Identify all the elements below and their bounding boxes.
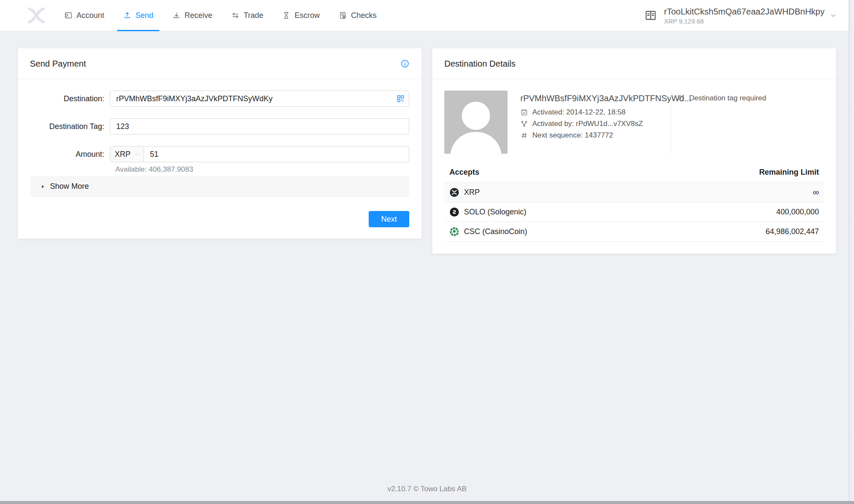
csc-coin-icon [449, 227, 459, 237]
tab-send[interactable]: Send [117, 0, 159, 31]
accepts-table: Accepts Remaining Limit XRP∞SSOLO (Solog… [444, 168, 824, 242]
account-balance: XRP 9,129.68 [664, 18, 825, 25]
currency-select[interactable]: XRP [110, 146, 144, 162]
upload-icon [123, 11, 132, 20]
send-payment-header: Send Payment [18, 48, 422, 79]
destination-details-title: Destination Details [444, 59, 516, 69]
chevron-down-icon[interactable] [830, 12, 837, 19]
destination-details-card: Destination Details rPVMhWBsfF9iMXYj3aAz… [432, 48, 836, 254]
info-icon[interactable] [400, 59, 410, 68]
account-address: rTooLkitCksh5mQa67eaa2JaWHDBnHkpy [664, 6, 825, 17]
qr-scan-icon[interactable] [396, 94, 405, 103]
main-content: Send Payment Destination: Destination Ta… [0, 31, 854, 254]
destination-row: Destination: [30, 91, 409, 107]
destination-tag-label: Destination Tag: [30, 122, 110, 131]
destination-details-header: Destination Details [432, 48, 836, 79]
tab-receive[interactable]: Receive [166, 0, 218, 31]
scrollbar[interactable] [848, 0, 854, 504]
top-navbar: AccountSendReceiveTradeEscrowChecks rToo… [0, 0, 854, 31]
destination-input[interactable] [110, 91, 409, 107]
currency-selected: XRP [114, 150, 130, 159]
show-more-label: Show More [50, 182, 89, 191]
account-summary[interactable]: rTooLkitCksh5mQa67eaa2JaWHDBnHkpy XRP 9,… [664, 6, 825, 25]
send-payment-title: Send Payment [30, 59, 86, 69]
tab-escrow[interactable]: Escrow [276, 0, 326, 31]
available-balance: Available: 406,387.9083 [115, 165, 409, 174]
activated-by-line: Activated by: rPdWU1d...v7XV8sZ [520, 120, 671, 128]
tab-trade[interactable]: Trade [225, 0, 269, 31]
calendar-check-icon [520, 108, 528, 116]
destination-profile: rPVMhWBsfF9iMXYj3aAzJVkPDTFNSyWd... Acti… [444, 91, 824, 154]
amount-label: Amount: [30, 150, 110, 159]
download-icon [172, 11, 181, 20]
caret-right-icon [40, 184, 45, 189]
accepts-row: XRP∞ [444, 183, 824, 202]
wallet-icon [64, 11, 73, 20]
destination-tag-input[interactable] [110, 118, 409, 135]
xrp-coin-icon [449, 188, 459, 197]
solo-coin-icon: S [449, 207, 459, 217]
destination-tag-row: Destination Tag: [30, 118, 409, 135]
address-book-icon[interactable] [644, 9, 657, 22]
tab-account[interactable]: Account [58, 0, 110, 31]
remaining-limit-col-header: Remaining Limit [759, 168, 819, 177]
next-sequence-line: Next sequence: 1437772 [520, 131, 671, 140]
activated-line: Activated: 2014-12-22, 18:58 [520, 108, 671, 117]
destination-info: rPVMhWBsfF9iMXYj3aAzJVkPDTFNSyWd... Acti… [520, 91, 671, 154]
tag-required-line: Destination tag required [677, 94, 824, 103]
destination-details-body: rPVMhWBsfF9iMXYj3aAzJVkPDTFNSyWd... Acti… [432, 79, 836, 254]
accepts-row: SSOLO (Sologenic)400,000,000 [444, 202, 824, 222]
select-chevron-down-icon [134, 152, 139, 157]
svg-text:S: S [452, 209, 456, 215]
send-payment-form: Destination: Destination Tag: Amount: XR… [18, 79, 422, 239]
tab-checks[interactable]: Checks [333, 0, 383, 31]
accepts-table-header: Accepts Remaining Limit [444, 168, 824, 183]
amount-input[interactable] [144, 146, 409, 162]
hourglass-icon [282, 11, 291, 20]
destination-flags: Destination tag required [671, 91, 824, 154]
accepts-rows: XRP∞SSOLO (Sologenic)400,000,000CSC (Cas… [444, 183, 824, 242]
avatar [444, 91, 508, 154]
accepts-row: CSC (CasinoCoin)64,986,002,447 [444, 222, 824, 242]
accepts-col-header: Accepts [449, 168, 479, 177]
app-logo-icon [25, 4, 48, 27]
window-bottom-edge [0, 501, 854, 504]
next-button[interactable]: Next [369, 211, 409, 227]
nav-account-area: rTooLkitCksh5mQa67eaa2JaWHDBnHkpy XRP 9,… [644, 6, 837, 25]
tag-icon [677, 94, 685, 103]
swap-icon [231, 11, 240, 20]
nav-tabs: AccountSendReceiveTradeEscrowChecks [58, 0, 390, 31]
amount-row: Amount: XRP [30, 146, 409, 162]
show-more-toggle[interactable]: Show More [30, 176, 409, 197]
destination-label: Destination: [30, 94, 110, 103]
destination-address: rPVMhWBsfF9iMXYj3aAzJVkPDTFNSyWd... [520, 93, 671, 104]
send-payment-card: Send Payment Destination: Destination Ta… [18, 48, 422, 239]
branch-icon [520, 120, 528, 128]
file-check-icon [339, 11, 347, 20]
hash-icon [520, 132, 528, 139]
footer-version: v2.10.7 © Towo Labs AB [0, 485, 854, 493]
